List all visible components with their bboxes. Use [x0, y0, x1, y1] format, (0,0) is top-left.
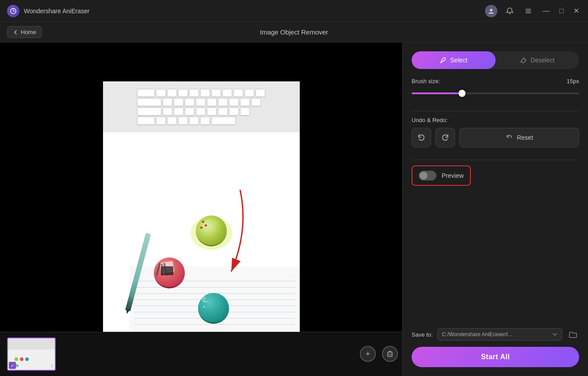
svg-rect-6 [388, 352, 392, 357]
preview-toggle[interactable] [419, 171, 436, 180]
brush-size-label: Brush size: [412, 78, 440, 84]
reset-label: Reset [517, 134, 533, 141]
brush-size-section: Brush size: 15px [412, 78, 579, 98]
undo-redo-label: Undo & Redo: [412, 117, 579, 123]
start-all-button[interactable]: Start All [412, 347, 579, 367]
thumbnail-number: 7 [50, 364, 53, 369]
undo-icon [417, 133, 426, 142]
add-image-button[interactable]: + [360, 346, 376, 362]
keyboard-image [103, 81, 300, 132]
svg-point-1 [490, 9, 493, 12]
divider-1 [412, 111, 579, 111]
preview-label: Preview [442, 172, 464, 179]
delete-image-button[interactable] [382, 346, 398, 362]
home-button[interactable]: Home [7, 26, 42, 38]
select-label: Select [450, 57, 467, 64]
reset-button[interactable]: Reset [459, 128, 579, 147]
thumbnail-check: ✓ [9, 362, 16, 369]
main-area: • • • [0, 42, 588, 376]
redo-button[interactable] [435, 128, 455, 147]
undo-redo-section: Undo & Redo: [412, 117, 579, 147]
chevron-down-icon [552, 332, 557, 337]
toggle-knob [420, 172, 428, 180]
save-section: Save to: C:/Wondershare AniEraser/I... [412, 328, 579, 341]
folder-browse-button[interactable] [567, 328, 579, 341]
page-content: • • • [103, 132, 300, 337]
titlebar: Wondershare AniEraser — □ ✕ [0, 0, 588, 22]
reset-icon [505, 134, 513, 142]
menu-icon[interactable] [522, 5, 535, 17]
save-to-label: Save to: [412, 331, 433, 338]
minimize-button[interactable]: — [541, 6, 551, 16]
deselect-label: Deselect [531, 57, 554, 64]
close-button[interactable]: ✕ [572, 6, 581, 16]
divider-2 [412, 160, 579, 160]
canvas-image[interactable]: • • • [103, 81, 300, 337]
brush-size-slider[interactable] [412, 89, 579, 98]
notifications-icon[interactable] [504, 5, 516, 17]
select-button[interactable]: Select [412, 51, 496, 69]
save-path-selector[interactable]: C:/Wondershare AniEraser/I... [437, 328, 562, 341]
thumbnail-item[interactable]: ✓ 7 [7, 338, 56, 371]
deselect-button[interactable]: Deselect [496, 51, 580, 69]
teal-pin: • • • [198, 293, 229, 324]
canvas-area[interactable]: • • • [0, 42, 402, 376]
brush-icon [439, 57, 447, 64]
brush-size-value: 15px [567, 78, 579, 84]
eraser-icon [520, 57, 527, 64]
subheader: Home Image Object Remover [0, 22, 588, 42]
start-all-label: Start All [481, 353, 510, 361]
undo-button[interactable] [412, 128, 431, 147]
folder-icon [569, 330, 577, 338]
pink-pin [154, 257, 185, 288]
red-arrow [205, 185, 258, 283]
titlebar-controls: — □ ✕ [485, 5, 581, 17]
save-path-text: C:/Wondershare AniEraser/I... [442, 331, 512, 338]
maximize-button[interactable]: □ [557, 6, 565, 16]
redo-icon [441, 133, 450, 142]
select-toggle: Select Deselect [412, 51, 579, 69]
thumbnail-bar: ✓ 7 + [0, 332, 402, 376]
app-name: Wondershare AniEraser [24, 8, 485, 15]
user-avatar[interactable] [485, 5, 497, 17]
preview-section: Preview [412, 165, 471, 186]
svg-line-12 [523, 58, 526, 60]
right-panel: Select Deselect Brush size: 15px [402, 42, 588, 376]
page-title: Image Object Remover [260, 28, 328, 36]
app-logo [7, 5, 19, 17]
